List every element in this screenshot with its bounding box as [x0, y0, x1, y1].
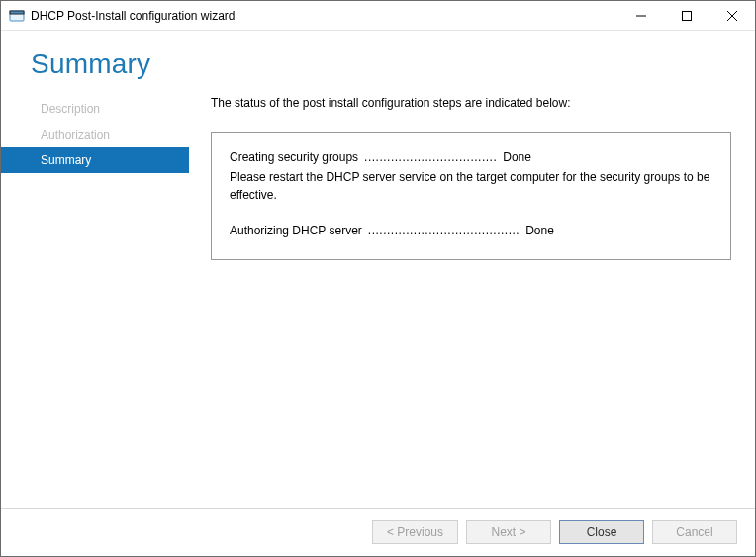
cancel-button: Cancel [652, 520, 737, 544]
title-bar: DHCP Post-Install configuration wizard [1, 1, 755, 31]
app-icon [9, 8, 25, 24]
main-pane: The status of the post install configura… [189, 92, 755, 508]
status-result: Done [503, 148, 531, 166]
wizard-body: Summary Description Authorization Summar… [1, 31, 755, 556]
wizard-sidebar: Description Authorization Summary [1, 92, 189, 508]
close-window-button[interactable] [709, 1, 755, 30]
close-button[interactable]: Close [559, 520, 644, 544]
window-controls [618, 1, 755, 30]
sidebar-item-summary[interactable]: Summary [1, 147, 189, 173]
status-label: Authorizing DHCP server [230, 222, 362, 239]
minimize-button[interactable] [618, 1, 664, 30]
status-label: Creating security groups [230, 148, 358, 166]
status-line-security-groups: Creating security groups ...............… [230, 148, 712, 166]
content-row: Description Authorization Summary The st… [1, 92, 755, 508]
status-line-authorize: Authorizing DHCP server ................… [230, 222, 712, 239]
status-box: Creating security groups ...............… [211, 132, 731, 260]
page-title: Summary [31, 48, 755, 80]
status-dots: ........................................ [368, 222, 520, 239]
status-note: Please restart the DHCP server service o… [230, 168, 712, 204]
wizard-footer: < Previous Next > Close Cancel [1, 508, 755, 556]
status-dots: ................................... [364, 148, 497, 166]
header-area: Summary [1, 31, 755, 92]
window-title: DHCP Post-Install configuration wizard [31, 9, 618, 23]
svg-rect-1 [10, 11, 24, 14]
status-result: Done [525, 222, 554, 239]
sidebar-item-description[interactable]: Description [1, 96, 189, 122]
wizard-window: DHCP Post-Install configuration wizard S… [0, 0, 756, 557]
previous-button: < Previous [372, 520, 458, 544]
intro-text: The status of the post install configura… [211, 96, 731, 110]
next-button: Next > [466, 520, 551, 544]
maximize-button[interactable] [664, 1, 709, 30]
sidebar-item-authorization[interactable]: Authorization [1, 122, 189, 147]
svg-rect-3 [683, 11, 692, 20]
